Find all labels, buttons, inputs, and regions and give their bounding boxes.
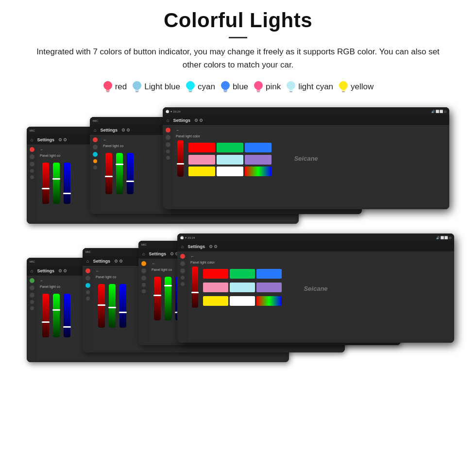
home-icon: ⌂ <box>31 137 33 142</box>
nav-title-3: Settings <box>173 118 190 123</box>
cell-red-b4 <box>203 269 228 279</box>
slider-r-b4 <box>192 267 198 308</box>
status-bar-3: 🕐 ✦ 20:24 🔊 ⬜ ⬜ ⊡ <box>163 107 449 115</box>
svg-rect-19 <box>341 89 345 91</box>
color-item-blue: blue <box>220 80 248 94</box>
side-buttons-b2 <box>85 268 91 349</box>
color-item-pink: pink <box>253 80 281 94</box>
side-btn-b4d <box>181 282 185 286</box>
cell-pink-b4 <box>203 283 228 292</box>
svg-rect-17 <box>289 91 292 92</box>
status-mic-b3: MIC <box>141 243 147 246</box>
color-label-yellow: yellow <box>351 82 374 92</box>
side-buttons-b4 <box>179 254 186 339</box>
red-bulb-icon <box>102 80 113 94</box>
svg-rect-5 <box>136 91 138 92</box>
content-main-3 <box>173 138 447 179</box>
cell-white <box>217 167 243 176</box>
svg-rect-14 <box>257 91 260 92</box>
side-btn-3 <box>30 169 34 173</box>
content-main-b4 <box>188 265 452 310</box>
side-btn-2d <box>93 166 97 169</box>
color-label-red: red <box>115 82 127 92</box>
color-item-light-blue: Light blue <box>132 80 180 94</box>
side-btn-b4a <box>180 261 185 266</box>
svg-point-15 <box>287 81 295 90</box>
nav-title-b4: Settings <box>187 244 205 249</box>
nav-bar-b4: ⌂ Settings ⚙ ⚙ <box>177 241 454 252</box>
cell-rainbow-b4 <box>256 296 282 306</box>
slider-blue-handle <box>63 193 71 194</box>
nav-title-b3: Settings <box>149 251 166 256</box>
handle-r-b2 <box>98 304 105 306</box>
svg-point-12 <box>254 81 263 90</box>
cell-purple-b4 <box>256 283 282 292</box>
svg-point-18 <box>339 81 348 90</box>
home-icon-b4: ⌂ <box>181 244 184 249</box>
handle-b-b2 <box>119 312 127 313</box>
cell-pink <box>188 155 215 165</box>
handle-r-b1 <box>42 321 50 323</box>
side-buttons <box>29 147 35 220</box>
slider-green <box>53 163 60 204</box>
side-btn-b4c <box>181 276 185 280</box>
color-grid-b4 <box>203 269 282 308</box>
status-bar-b4: 🕐 ✦ 20:24 🔊 ⬜ ⬜ ⊡ <box>177 233 454 241</box>
sliders-b4 <box>192 267 198 308</box>
side-btn-2b <box>93 152 98 157</box>
side-btn-2c <box>93 159 97 163</box>
svg-rect-20 <box>342 91 345 92</box>
slider-b-b1 <box>64 294 70 337</box>
side-btn-b3b <box>141 276 146 281</box>
status-icons-b4: 🔊 ⬜ ⬜ ⊡ <box>436 236 451 239</box>
home-icon-3: ⌂ <box>167 118 169 123</box>
color-item-light-cyan: light cyan <box>286 80 333 94</box>
content-area-3: ← Panel light color <box>173 127 447 207</box>
cell-yellow <box>188 167 215 176</box>
settings-icon-b2: ⚙ ⚙ <box>114 259 123 264</box>
side-buttons-b1 <box>29 278 35 358</box>
page-title: Colorful Lights <box>164 9 312 32</box>
color-label-blue: blue <box>233 82 248 92</box>
settings-icon-b4: ⚙ ⚙ <box>209 244 218 249</box>
handle-g-b3 <box>164 285 172 286</box>
side-btn-2a <box>93 145 98 150</box>
handle-g-b2 <box>108 307 116 308</box>
status-left: MIC <box>30 129 35 132</box>
nav-title-2: Settings <box>100 128 118 133</box>
slider-g-b1 <box>53 294 60 337</box>
top-device-group: MIC ⚙ ⌂ Settings ⚙ ⚙ ← Panel light co <box>27 107 449 224</box>
slider-blue-2 <box>127 153 134 194</box>
home-icon-b1: ⌂ <box>31 268 33 273</box>
side-btn-b2d <box>86 297 90 300</box>
slider-g-b2 <box>109 284 116 328</box>
side-btn-b2b <box>85 283 90 288</box>
svg-point-9 <box>221 81 230 90</box>
slider-red-3 <box>177 140 184 177</box>
side-btn-b4b <box>180 268 185 273</box>
handle-r-b3 <box>153 295 161 296</box>
cell-yellow-b4 <box>203 296 228 306</box>
status-time-b4: 🕐 ✦ 20:24 <box>180 236 195 239</box>
settings-icon-b1: ⚙ ⚙ <box>58 268 68 273</box>
color-label-light-blue: Light blue <box>144 82 180 92</box>
back-b4: ← <box>188 253 452 260</box>
svg-rect-2 <box>106 91 109 92</box>
side-btn-power-b3 <box>141 261 146 266</box>
side-btn-power-b1 <box>30 278 34 283</box>
panel-label-3: Panel light color <box>173 134 447 138</box>
color-label-light-cyan: light cyan <box>298 82 333 92</box>
handle-b-b1 <box>63 326 71 328</box>
slider-red-handle <box>42 188 50 189</box>
side-btn-3a <box>166 135 170 140</box>
svg-rect-11 <box>224 91 227 92</box>
side-btn-b3a <box>141 268 146 273</box>
top-device-3: 🕐 ✦ 20:24 🔊 ⬜ ⬜ ⊡ ⌂ Settings ⚙ ⚙ ← Panel… <box>163 107 449 209</box>
pink-bulb-icon <box>253 80 264 94</box>
side-btn-b1b <box>30 293 34 298</box>
side-btn-b1a <box>30 285 34 290</box>
handle-g-b1 <box>52 309 60 311</box>
side-btn-b3c <box>142 283 146 287</box>
side-btn-power-3 <box>166 128 170 133</box>
slider-r-b2 <box>98 284 105 328</box>
